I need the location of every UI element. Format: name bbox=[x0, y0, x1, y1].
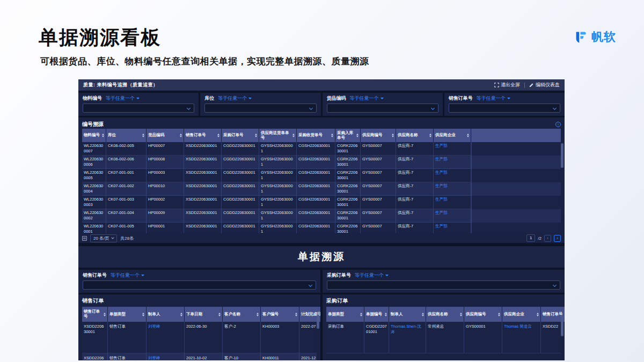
column-header[interactable]: 库位 bbox=[106, 129, 147, 142]
table-cell: 供应商-7 bbox=[396, 182, 434, 196]
column-header[interactable]: 单据类型 bbox=[108, 307, 147, 322]
column-header[interactable]: 供应商编号 bbox=[464, 307, 502, 322]
table-cell: 客户-10 bbox=[223, 353, 261, 360]
pagination-settings-icon[interactable] bbox=[82, 236, 87, 241]
table-row: WL2206300001 CK07-001-005 HP00001 XSDD22… bbox=[82, 223, 561, 233]
edit-dashboard-button[interactable]: 编辑仪表盘 bbox=[529, 82, 560, 88]
table-cell: 供应商-7 bbox=[396, 156, 434, 169]
purchase-table-title: 采购订单 bbox=[326, 297, 348, 305]
filter-operator-dropdown[interactable]: 等于任意一个 bbox=[106, 95, 140, 102]
column-header[interactable]: 供应商企业 bbox=[434, 129, 471, 142]
column-header[interactable]: 物料编号 bbox=[82, 129, 106, 142]
table-cell: WL2206300003 bbox=[82, 196, 106, 209]
supplier-enterprise-link[interactable]: 生产部 bbox=[434, 223, 471, 233]
brand-logo: 帆软 bbox=[573, 29, 616, 45]
page-subtitle: 可根据货品、库位、物料编号任意查询相关单据，实现完整单据溯源、质量溯源 bbox=[40, 55, 369, 68]
prev-page-button[interactable]: ‹ bbox=[544, 235, 551, 242]
column-header[interactable]: 供应商编号 bbox=[361, 129, 396, 142]
table-row: WL2206300003 CK07-001-003 HP00002 XSDD22… bbox=[82, 196, 561, 209]
column-header[interactable]: 采购订单号 bbox=[222, 129, 259, 142]
filter-value-select[interactable] bbox=[83, 280, 316, 290]
supplier-enterprise-link[interactable]: Thomas 简道云 bbox=[502, 322, 541, 353]
column-header-label: 单据类型 bbox=[328, 312, 344, 317]
info-icon[interactable]: i bbox=[555, 122, 561, 127]
column-header[interactable]: 客户编号 bbox=[261, 307, 299, 322]
table-cell: GYS00007 bbox=[361, 142, 396, 156]
column-header[interactable]: 制单人 bbox=[147, 307, 185, 322]
column-header-label: 供应商编号 bbox=[362, 133, 383, 138]
column-header[interactable]: 供应商企业 bbox=[502, 307, 541, 322]
table-cell: WL2206300007 bbox=[82, 142, 106, 156]
table-cell: 2021-12 bbox=[299, 353, 317, 360]
supplier-enterprise-link[interactable]: 生产部 bbox=[434, 156, 471, 169]
supplier-enterprise-link[interactable]: 生产部 bbox=[434, 169, 471, 182]
scrollbar-thumb[interactable] bbox=[561, 315, 564, 336]
supplier-enterprise-link[interactable]: 生产部 bbox=[434, 182, 471, 196]
filter-panel: 销售订单号 等于任意一个 bbox=[78, 270, 320, 293]
chevron-down-icon bbox=[309, 283, 312, 287]
table-cell: HP00008 bbox=[147, 156, 184, 169]
filter-value-select[interactable] bbox=[204, 104, 316, 113]
pagination-bar: 20 条/页 共28条 1 /2 ‹ › bbox=[82, 233, 561, 243]
next-page-button[interactable]: › bbox=[554, 235, 561, 242]
scrollbar-thumb[interactable] bbox=[317, 315, 319, 329]
column-header[interactable]: 采购入库单号 bbox=[335, 129, 361, 142]
filter-value-select[interactable] bbox=[449, 104, 560, 113]
current-page-box[interactable]: 1 bbox=[526, 234, 535, 242]
column-header[interactable]: 供应商送货单单号 bbox=[259, 129, 297, 142]
table-cell: KH00011 bbox=[261, 353, 299, 360]
column-header[interactable]: 制单人 bbox=[389, 307, 426, 322]
sort-icon bbox=[331, 134, 333, 137]
filter-operator-dropdown[interactable]: 等于任意一个 bbox=[111, 272, 144, 279]
column-header-label: 制单人 bbox=[148, 312, 160, 317]
column-header[interactable]: 客户名称 bbox=[223, 307, 261, 322]
supplier-enterprise-link[interactable]: 生产部 bbox=[434, 196, 471, 209]
filter-value-select[interactable] bbox=[327, 280, 560, 290]
dashboard-header: 质量: 来料编号追溯（质量追查） 退出全屏 编辑仪表盘 bbox=[78, 79, 565, 91]
filter-operator-dropdown[interactable]: 等于任意一个 bbox=[218, 95, 252, 102]
filter-value-select[interactable] bbox=[327, 104, 438, 113]
table-cell: KH00003 bbox=[261, 322, 299, 353]
column-header[interactable]: 下单日期 bbox=[185, 307, 223, 322]
table-cell: CK06-002-005 bbox=[106, 142, 147, 156]
table-cell: CGRK220630001 bbox=[335, 169, 361, 182]
supplier-enterprise-link[interactable]: 生产部 bbox=[434, 209, 471, 223]
filter-label: 销售订单号 bbox=[83, 272, 107, 279]
filter-value-select[interactable] bbox=[83, 104, 194, 113]
column-header[interactable]: 货品编码 bbox=[147, 129, 184, 142]
creator-link[interactable]: 刘登峰 bbox=[147, 322, 185, 353]
column-header[interactable]: 供应商名称 bbox=[396, 129, 434, 142]
column-header-label: 供应商送货单单号 bbox=[261, 131, 291, 140]
sort-icon bbox=[180, 134, 182, 137]
column-header-label: 客户编号 bbox=[262, 312, 279, 317]
column-header[interactable]: 销售订单号 bbox=[82, 307, 108, 322]
scrollbar-thumb[interactable] bbox=[561, 143, 564, 168]
table-cell: CGDD220630001 bbox=[222, 196, 259, 209]
creator-link[interactable]: Thomas.Shen-沈涛 bbox=[389, 322, 426, 353]
supplier-enterprise-link[interactable]: 生产部 bbox=[434, 142, 471, 156]
filter-label: 货品编码 bbox=[327, 95, 346, 102]
filter-operator-dropdown[interactable]: 等于任意一个 bbox=[477, 95, 510, 102]
column-header[interactable]: 销售订单号 bbox=[184, 129, 222, 142]
filter-label: 库位 bbox=[204, 95, 214, 102]
section-banner: 单据溯源 bbox=[78, 246, 565, 268]
column-header[interactable]: 单据类型 bbox=[326, 307, 364, 322]
filter-operator-dropdown[interactable]: 等于任意一个 bbox=[350, 95, 384, 102]
filter-operator-dropdown[interactable]: 等于任意一个 bbox=[355, 272, 389, 279]
chevron-down-icon bbox=[248, 98, 252, 99]
page-size-select[interactable]: 20 条/页 bbox=[90, 234, 117, 242]
column-header[interactable]: 供应商名称 bbox=[426, 307, 464, 322]
table-cell: HP00009 bbox=[147, 209, 184, 223]
dashboard-actions: 退出全屏 编辑仪表盘 bbox=[494, 82, 560, 88]
table-cell: CGRK220630001 bbox=[335, 142, 361, 156]
sort-icon bbox=[255, 134, 257, 137]
exit-fullscreen-button[interactable]: 退出全屏 bbox=[494, 82, 520, 88]
creator-link[interactable]: 刘登峰 bbox=[147, 353, 185, 360]
sort-icon bbox=[217, 134, 219, 137]
table-cell: CK07-001-004 bbox=[106, 209, 147, 223]
filter-panel: 采购订单号 等于任意一个 bbox=[323, 270, 565, 293]
table-cell: CGDD220630001 bbox=[222, 142, 259, 156]
sort-icon bbox=[422, 313, 424, 316]
column-header[interactable]: 单据编号 bbox=[364, 307, 389, 322]
column-header[interactable]: 采购收货单号 bbox=[297, 129, 335, 142]
